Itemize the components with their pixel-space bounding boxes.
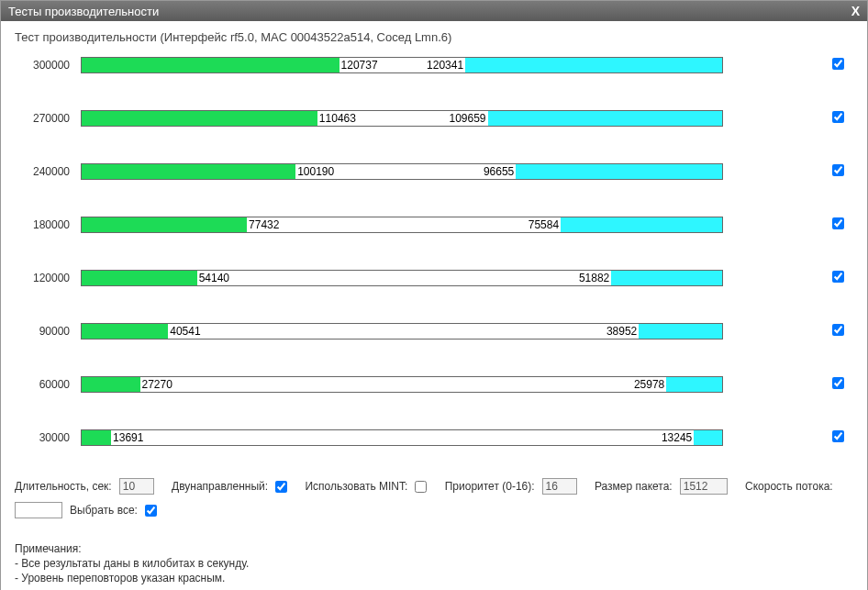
test-row: 24000010019096655 [15,163,853,180]
cyan-value: 38952 [606,325,637,338]
subtitle: Тест производительности (Интерфейс rf5.0… [15,30,853,44]
dialog-body: Тест производительности (Интерфейс rf5.0… [1,21,867,590]
performance-tests-dialog: Тесты производительности X Тест производ… [0,0,868,590]
notes-line1: - Все результаты даны в килобитах в секу… [15,556,853,571]
row-speed-label: 300000 [15,59,70,72]
throughput-bar: 10019096655 [81,163,723,180]
controls-bar: Длительность, сек: Двунаправленный: Испо… [15,478,853,518]
green-value: 27270 [142,378,172,391]
green-value: 100190 [297,165,334,178]
test-row: 1200005414051882 [15,270,853,286]
notes-heading: Примечания: [15,541,853,556]
cyan-segment [694,430,722,445]
cyan-segment [639,324,722,339]
test-row: 600002727025978 [15,376,853,393]
row-speed-label: 270000 [15,112,70,125]
test-row: 1800007743275584 [15,217,853,233]
dialog-title: Тесты производительности [8,5,159,18]
cyan-value: 120341 [427,59,463,72]
cyan-value: 13245 [662,431,692,444]
throughput-bar: 110463109659 [81,110,723,127]
test-row: 300000120737120341 [15,57,853,73]
duration-label: Длительность, сек: [15,480,112,493]
green-value: 40541 [170,325,200,338]
row-checkbox[interactable] [832,217,844,229]
notes-line2: - Уровень переповторов указан красным. [15,571,853,585]
row-speed-label: 180000 [15,218,70,231]
row-checkbox[interactable] [832,324,844,336]
throughput-bar: 4054138952 [81,323,723,340]
cyan-segment [666,377,722,392]
throughput-bar: 2727025978 [81,376,723,393]
row-speed-label: 90000 [15,325,70,338]
throughput-bar: 120737120341 [81,57,723,73]
row-checkbox[interactable] [832,58,844,70]
green-segment [82,217,247,232]
row-speed-label: 30000 [15,431,70,444]
test-rows: 3000001207371203412700001104631096592400… [15,57,853,446]
cyan-value: 109659 [450,112,486,125]
green-segment [82,58,339,72]
throughput-bar: 5414051882 [81,270,723,286]
row-checkbox[interactable] [832,430,844,442]
select-all-checkbox[interactable] [145,505,157,517]
green-segment [82,324,168,339]
row-checkbox[interactable] [832,111,844,123]
mint-label: Использовать MINT: [305,480,407,493]
green-segment [82,430,111,445]
bidirectional-label: Двунаправленный: [172,480,268,493]
green-value: 13691 [113,431,143,444]
duration-input[interactable] [119,478,154,495]
bidirectional-checkbox[interactable] [275,481,287,493]
titlebar: Тесты производительности X [1,1,867,21]
cyan-segment [488,111,722,126]
row-speed-label: 60000 [15,378,70,391]
test-row: 900004054138952 [15,323,853,340]
select-all-label: Выбрать все: [70,504,138,517]
rate-input[interactable] [15,502,62,518]
cyan-segment [516,164,722,179]
row-speed-label: 120000 [15,272,70,284]
cyan-value: 51882 [579,272,609,284]
priority-label: Приоритет (0-16): [445,480,535,493]
green-value: 54140 [199,272,229,284]
packet-input[interactable] [680,478,728,495]
green-segment [82,111,317,126]
close-icon[interactable]: X [851,4,860,18]
green-value: 110463 [319,112,356,125]
cyan-value: 96655 [484,165,514,178]
green-segment [82,271,197,285]
cyan-segment [465,58,722,72]
cyan-segment [611,271,722,285]
rate-label: Скорость потока: [745,480,833,493]
row-speed-label: 240000 [15,165,70,178]
throughput-bar: 7743275584 [81,217,723,233]
row-checkbox[interactable] [832,164,844,176]
priority-input[interactable] [542,478,577,495]
mint-checkbox[interactable] [415,481,427,493]
notes: Примечания: - Все результаты даны в кило… [15,541,853,586]
throughput-bar: 1369113245 [81,429,723,446]
row-checkbox[interactable] [832,377,844,389]
test-row: 300001369113245 [15,429,853,446]
green-segment [82,164,295,179]
green-value: 120737 [341,59,378,72]
cyan-value: 75584 [529,218,559,231]
cyan-value: 25978 [634,378,664,391]
cyan-segment [561,217,722,232]
green-value: 77432 [249,218,279,231]
packet-label: Размер пакета: [595,480,673,493]
green-segment [82,377,140,392]
test-row: 270000110463109659 [15,110,853,127]
row-checkbox[interactable] [832,271,844,283]
